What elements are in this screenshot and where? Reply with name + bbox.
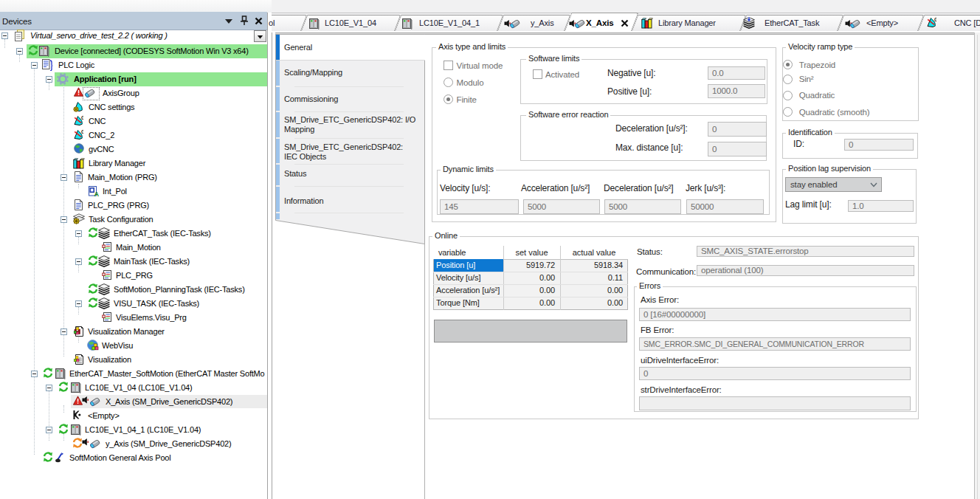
- svg-text:G: G: [81, 115, 83, 120]
- svg-text:G: G: [934, 17, 936, 22]
- svg-text:A: A: [94, 190, 100, 198]
- svg-text:G: G: [81, 129, 83, 134]
